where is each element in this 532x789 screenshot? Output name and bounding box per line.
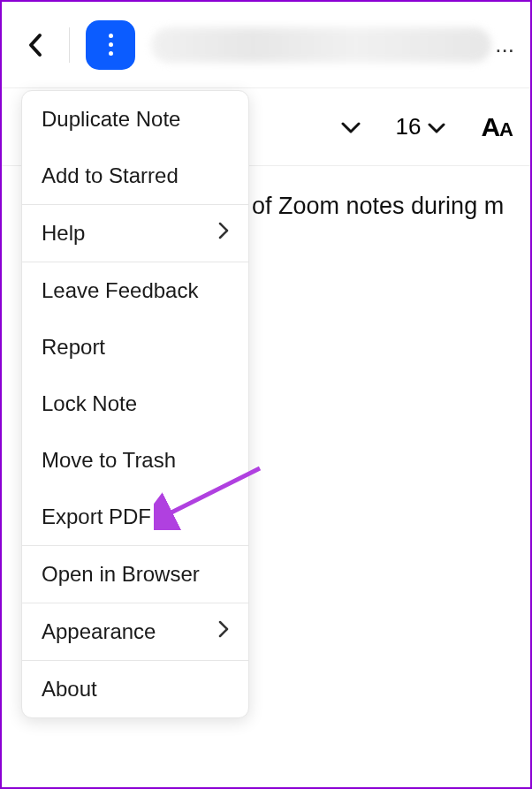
menu-item-label: Move to Trash <box>42 448 176 473</box>
menu-item-report[interactable]: Report <box>22 319 248 376</box>
chevron-down-icon <box>341 122 361 134</box>
text-size-icon: AA <box>481 112 513 141</box>
note-title-redacted <box>151 27 491 63</box>
chevron-right-icon <box>218 222 229 245</box>
menu-item-help[interactable]: Help <box>22 205 248 262</box>
menu-item-export-pdf[interactable]: Export PDF <box>22 489 248 545</box>
menu-item-label: Appearance <box>42 619 156 644</box>
menu-item-open-in-browser[interactable]: Open in Browser <box>22 546 248 603</box>
menu-item-label: Duplicate Note <box>42 107 180 132</box>
menu-item-about[interactable]: About <box>22 661 248 717</box>
menu-item-move-to-trash[interactable]: Move to Trash <box>22 432 248 489</box>
menu-item-label: Open in Browser <box>42 562 200 587</box>
title-ellipsis: ... <box>495 31 514 58</box>
font-size-value: 16 <box>396 113 422 140</box>
more-vertical-icon <box>109 34 113 56</box>
menu-item-duplicate-note[interactable]: Duplicate Note <box>22 91 248 148</box>
font-size-selector[interactable]: 16 <box>396 113 446 140</box>
chevron-down-icon <box>428 116 445 139</box>
menu-item-label: Lock Note <box>42 391 137 416</box>
menu-item-label: Export PDF <box>42 505 151 529</box>
more-options-menu: Duplicate Note Add to Starred Help Leave… <box>21 90 249 718</box>
menu-item-label: Leave Feedback <box>42 278 198 303</box>
menu-item-lock-note[interactable]: Lock Note <box>22 376 248 432</box>
menu-item-add-to-starred[interactable]: Add to Starred <box>22 148 248 204</box>
menu-item-label: Add to Starred <box>42 163 179 188</box>
text-format-button[interactable]: AA <box>481 112 513 142</box>
header-divider <box>69 27 70 63</box>
menu-item-label: About <box>42 677 97 702</box>
more-options-button[interactable] <box>86 20 135 70</box>
menu-item-appearance[interactable]: Appearance <box>22 603 248 660</box>
menu-item-leave-feedback[interactable]: Leave Feedback <box>22 262 248 319</box>
chevron-left-icon <box>27 33 43 57</box>
back-button[interactable] <box>18 27 53 63</box>
menu-item-label: Report <box>42 335 105 360</box>
chevron-right-icon <box>218 620 229 643</box>
toolbar-dropdown[interactable] <box>341 115 361 140</box>
menu-item-label: Help <box>42 221 85 246</box>
